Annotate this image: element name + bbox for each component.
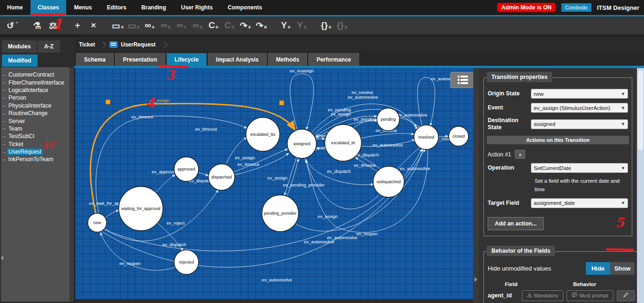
transition-edge-ev_reassign[interactable]: ev_reassign (290, 68, 314, 130)
state-node-closed[interactable]: closed (449, 126, 468, 146)
transition-edge-ev_assign[interactable]: ev_assign (234, 149, 288, 172)
tree-branch-icon: – (3, 149, 7, 155)
diagram-collapse-arrow-icon[interactable] (475, 277, 477, 282)
tab-lifecycle[interactable]: Lifecycle (167, 53, 207, 66)
field-column-header: Field (488, 281, 535, 287)
scrollbar-thumb[interactable] (638, 70, 643, 150)
state-node-waiting_for_approval[interactable]: waiting_for_approval (119, 186, 163, 231)
tab-schema[interactable]: Schema (76, 53, 114, 66)
delete-transition-icon[interactable]: ↷× (253, 18, 269, 32)
state-node-new[interactable]: new (88, 213, 107, 232)
tab-impact-analysis[interactable]: Impact Analysis (208, 53, 267, 66)
add-action-button[interactable]: Add an action... (488, 217, 544, 230)
sidebar-collapse-arrow-icon[interactable] (0, 256, 3, 260)
add-stimulus-icon[interactable]: Y+ (278, 18, 294, 32)
delete-method-icon: {}× (334, 18, 350, 32)
transition-edge-ev_dispatch[interactable]: ev_dispatch (305, 158, 374, 185)
nav-tab-editors[interactable]: Editors (100, 0, 133, 15)
edge-handle[interactable] (106, 100, 110, 104)
tab-methods[interactable]: Methods (268, 53, 307, 66)
destination-state-select[interactable]: assigned▼ (531, 119, 628, 129)
sidebar-tab-modules[interactable]: Modules (2, 40, 37, 53)
target-field-select[interactable]: assignment_date▼ (531, 198, 628, 208)
edge-handle[interactable] (279, 101, 284, 105)
svg-text:closed: closed (452, 134, 465, 139)
operation-select[interactable]: SetCurrentDate▼ (531, 163, 628, 173)
class-item-team[interactable]: –Team (3, 125, 69, 132)
transition-edge-ev_pending_provider[interactable]: ev_pending_provider (283, 157, 325, 195)
state-node-pending[interactable]: pending (377, 108, 399, 131)
state-node-pending_provider[interactable]: pending_provider (262, 195, 299, 232)
state-node-dispatched[interactable]: dispatched (208, 164, 235, 190)
nav-tab-user-rights[interactable]: User Rights (174, 0, 220, 15)
transition-edge-ev_timeout[interactable]: ev_timeout (96, 114, 247, 213)
show-button[interactable]: Show (610, 262, 635, 275)
transition-edge-ev_assign[interactable]: ev_assign (91, 98, 295, 213)
state-node-resolved[interactable]: resolved (414, 125, 438, 149)
edit-field-behavior-button[interactable] (617, 290, 635, 301)
diagram-menu-button[interactable] (451, 72, 473, 88)
add-field-icon[interactable]: ▭+ (110, 18, 126, 32)
class-item-lnkpersontoteam[interactable]: –lnkPersonToTeam (3, 155, 69, 163)
add-class-icon[interactable]: + (69, 18, 85, 32)
lifecycle-diagram-canvas[interactable]: ev_assignev_timeoutev_wait_for_approvale… (75, 68, 473, 299)
class-icon (109, 41, 118, 48)
test-flask-icon[interactable]: ⚗ (29, 18, 45, 32)
nav-tab-home[interactable]: Home (0, 0, 30, 15)
state-node-escalated_tto[interactable]: escalated_tto (246, 117, 280, 151)
add-state-icon[interactable]: C+ (206, 18, 222, 32)
class-item-customercontract[interactable]: –CustomerContract (3, 71, 69, 78)
origin-state-select[interactable]: new▼ (531, 89, 628, 99)
add-method-icon[interactable]: {}+ (318, 18, 334, 32)
compare-scales-icon[interactable]: ⚖ (45, 18, 61, 32)
transition-edge-ev_approve[interactable]: ev_approve (152, 169, 175, 192)
sidebar-tab-modified[interactable]: Modified (2, 54, 38, 67)
state-node-redispatched[interactable]: redispatched (373, 166, 404, 197)
must-prompt-badge[interactable]: Must prompt (567, 290, 613, 301)
add-transition-icon[interactable]: ↷+ (238, 18, 253, 32)
combodo-badge[interactable]: Combodo (561, 3, 591, 12)
transition-edge-ev_dispatch[interactable]: ev_dispatch (355, 152, 382, 171)
class-item-logicalinterface[interactable]: –LogicalInterface (3, 86, 69, 94)
pencil-icon (623, 291, 629, 300)
sidebar-splitter[interactable] (69, 68, 74, 302)
tab-performance[interactable]: Performance (308, 53, 359, 66)
nav-tab-components[interactable]: Components (221, 0, 269, 15)
nav-tab-menus[interactable]: Menus (67, 0, 99, 15)
class-item-person[interactable]: –Person (3, 94, 69, 101)
class-item-testsubci[interactable]: –TestSubCI (3, 132, 69, 140)
delete-state-icon: C× (222, 18, 238, 32)
transition-edge-ev_pending[interactable]: ev_pending (353, 117, 377, 128)
state-node-rejected[interactable]: rejected (174, 250, 199, 274)
transition-edge-ev_autoresolve[interactable]: ev_autoresolve (361, 140, 415, 148)
class-item-fiberchannelinterface[interactable]: –FiberChannelInterface (3, 78, 69, 86)
remove-action-button[interactable]: x (515, 150, 525, 159)
transition-edge-ev_assign[interactable]: ev_assign (268, 159, 299, 195)
event-select[interactable]: ev_assign (StimulusUserAction)▼ (531, 103, 628, 113)
nav-tab-classes[interactable]: Classes (31, 0, 66, 15)
nav-tab-branding[interactable]: Branding (134, 0, 173, 15)
delete-class-icon[interactable]: × (85, 18, 101, 32)
svg-text:ev_assign: ev_assign (268, 175, 288, 180)
class-item-routinechange[interactable]: –RoutineChange (3, 109, 69, 117)
diagram-splitter[interactable] (473, 68, 479, 303)
class-item-server[interactable]: –Server (3, 117, 69, 124)
state-node-approved[interactable]: approved (174, 157, 199, 181)
state-node-escalated_ttr[interactable]: escalated_ttr (325, 124, 361, 161)
chevron-down-icon: ▼ (621, 201, 625, 205)
svg-text:escalated_ttr: escalated_ttr (331, 140, 355, 145)
class-item-userrequest[interactable]: –UserRequest (3, 148, 69, 155)
breadcrumb-parent[interactable]: Ticket (74, 41, 100, 48)
hide-button[interactable]: Hide (586, 262, 610, 275)
svg-text:ev_timeout: ev_timeout (354, 163, 376, 168)
state-node-assigned[interactable]: assigned (287, 129, 316, 158)
delete-link-icon: ∞× (158, 18, 174, 32)
tab-presentation[interactable]: Presentation (115, 53, 165, 66)
sidebar-tab-az[interactable]: A-Z (38, 40, 60, 53)
transition-edge-ev_reopen[interactable]: ev_reopen (100, 233, 176, 270)
class-item-ticket[interactable]: –Ticket (3, 140, 69, 148)
class-item-physicalinterface[interactable]: –PhysicalInterface (3, 102, 69, 109)
undo-icon[interactable]: ↺▼ (5, 18, 21, 32)
add-link-icon[interactable]: ∞+ (142, 18, 158, 32)
mandatory-badge[interactable]: ⚠Mandatory (522, 290, 563, 301)
